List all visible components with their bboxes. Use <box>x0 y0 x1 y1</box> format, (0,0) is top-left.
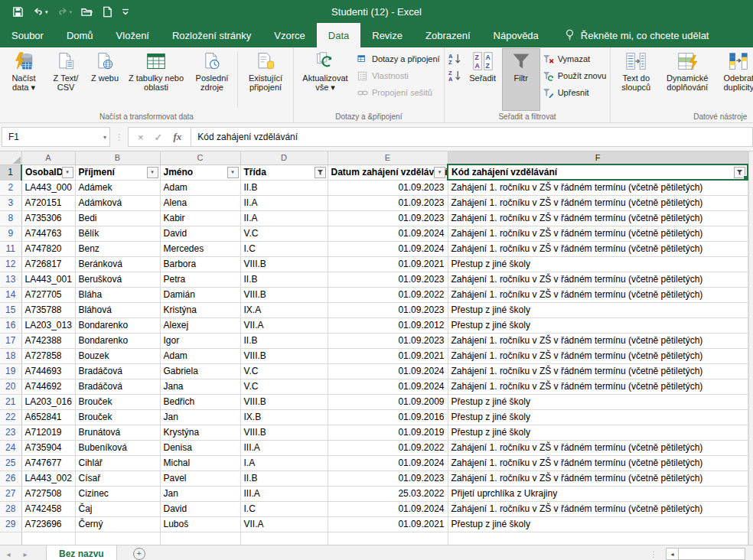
cell[interactable]: VIII.B <box>240 394 328 409</box>
cell[interactable]: Přestup z jiné školy <box>448 256 748 272</box>
redo-icon[interactable]: ▾ <box>57 6 73 18</box>
scrollbar-resize-handle[interactable]: ⋮ <box>650 545 666 560</box>
cell[interactable]: LA203_013 <box>21 317 75 333</box>
cell[interactable]: Beránková <box>75 256 160 272</box>
row-header[interactable]: 14 <box>0 287 21 302</box>
tab-domu[interactable]: Domů <box>55 23 105 47</box>
cell[interactable]: Bedřich <box>160 394 240 409</box>
filter-applied-icon[interactable] <box>315 167 326 178</box>
cell[interactable] <box>448 532 748 545</box>
recent-sources-button[interactable]: Poslední zdroje <box>188 48 236 111</box>
flash-fill-button[interactable]: Dynamické doplňování <box>660 48 715 111</box>
cell[interactable]: A712019 <box>21 425 75 440</box>
cell[interactable]: Přestup z jiné školy <box>448 409 748 425</box>
cell[interactable]: Zahájení 1. ročníku v ZŠ v řádném termín… <box>448 210 748 226</box>
cell[interactable]: A727705 <box>21 287 75 302</box>
cell[interactable]: 01.09.2023 <box>328 180 448 195</box>
cell[interactable]: Brouček <box>75 409 160 425</box>
sheet-tab[interactable]: Bez nazvu <box>46 545 117 560</box>
cell[interactable]: 01.09.2009 <box>328 394 448 409</box>
cell[interactable]: Jan <box>160 409 240 425</box>
cell[interactable]: A744692 <box>21 379 75 394</box>
cell[interactable]: Bradáčová <box>75 379 160 394</box>
cell[interactable]: Alena <box>160 195 240 210</box>
cell[interactable]: Bláhová <box>75 302 160 317</box>
row-header[interactable]: 13 <box>0 272 21 287</box>
cell[interactable]: II.B <box>240 180 328 195</box>
tell-me[interactable]: Řekněte mi, co chcete udělat <box>556 23 717 47</box>
cell[interactable]: Pavel <box>160 470 240 486</box>
cell[interactable]: Zahájení 1. ročníku v ZŠ v řádném termín… <box>448 226 748 241</box>
cell[interactable]: Černý <box>75 516 160 532</box>
cell[interactable]: A747820 <box>21 241 75 256</box>
cell[interactable]: Mercedes <box>160 241 240 256</box>
cell[interactable]: Zahájení 1. ročníku v ZŠ v řádném termín… <box>448 333 748 348</box>
cell[interactable]: Císař <box>75 470 160 486</box>
cell[interactable]: Berušková <box>75 272 160 287</box>
cell[interactable]: 01.09.2023 <box>328 195 448 210</box>
cell[interactable]: Přestup z jiné školy <box>448 516 748 532</box>
clear-filter-button[interactable]: Vymazat <box>540 52 609 66</box>
cell[interactable]: A735904 <box>21 440 75 455</box>
cell[interactable]: V.C <box>240 379 328 394</box>
header-cell-kod-selected[interactable]: Kód zahájení vzdělávání <box>448 164 748 180</box>
cell[interactable]: Zahájení 1. ročníku v ZŠ v řádném termín… <box>448 272 748 287</box>
header-cell-datum[interactable]: Datum zahájení vzdělávání▾ <box>328 164 448 180</box>
cell[interactable]: Krystýna <box>160 425 240 440</box>
existing-connections-button[interactable]: Existující připojení <box>240 48 292 111</box>
formula-input[interactable]: Kód zahájení vzdělávání <box>191 127 753 147</box>
cell[interactable]: A735788 <box>21 302 75 317</box>
cell[interactable]: Zahájení 1. ročníku v ZŠ v řádném termín… <box>448 455 748 470</box>
column-header-d[interactable]: D <box>240 151 328 164</box>
cell[interactable]: 25.03.2022 <box>328 486 448 501</box>
tab-data[interactable]: Data <box>317 23 360 47</box>
cell[interactable]: Kristýna <box>160 302 240 317</box>
cell[interactable]: Zahájení 1. ročníku v ZŠ v řádném termín… <box>448 501 748 516</box>
row-header[interactable]: 16 <box>0 317 21 333</box>
undo-icon[interactable]: ▾ <box>32 6 48 18</box>
cell[interactable]: Denisa <box>160 440 240 455</box>
cell[interactable]: LA443_000 <box>21 180 75 195</box>
column-header-b[interactable]: B <box>75 151 160 164</box>
from-text-csv-button[interactable]: Z Text/ CSV <box>46 48 86 111</box>
name-box-dropdown-icon[interactable]: ▾ <box>103 134 106 141</box>
cell[interactable]: V.C <box>240 226 328 241</box>
cell[interactable]: IX.A <box>240 302 328 317</box>
open-folder-icon[interactable] <box>80 6 93 18</box>
cell[interactable]: 01.09.2022 <box>328 440 448 455</box>
cell[interactable]: 01.09.2021 <box>328 516 448 532</box>
cell[interactable]: 01.09.2023 <box>328 302 448 317</box>
select-all-corner[interactable] <box>0 151 21 164</box>
filter-button[interactable]: Filtr <box>502 48 540 111</box>
tab-revize[interactable]: Revize <box>360 23 414 47</box>
cell[interactable]: VIII.B <box>240 425 328 440</box>
cell[interactable]: Bělík <box>75 226 160 241</box>
cell[interactable]: A723696 <box>21 516 75 532</box>
cell[interactable]: Cizinec <box>75 486 160 501</box>
cell[interactable]: A726817 <box>21 256 75 272</box>
cell[interactable]: Adam <box>160 180 240 195</box>
cell[interactable]: 01.09.2023 <box>328 333 448 348</box>
tab-rozlozeni-stranky[interactable]: Rozložení stránky <box>161 23 262 47</box>
row-header[interactable]: 21 <box>0 394 21 409</box>
row-header[interactable]: 19 <box>0 363 21 379</box>
properties-button[interactable]: Vlastnosti <box>355 69 442 83</box>
cell[interactable]: A744693 <box>21 363 75 379</box>
cell[interactable]: A727858 <box>21 348 75 363</box>
cell[interactable]: 01.09.2012 <box>328 317 448 333</box>
cell[interactable]: 01.09.2019 <box>328 425 448 440</box>
cell[interactable]: Brunátová <box>75 425 160 440</box>
enter-icon[interactable]: ✓ <box>155 132 163 143</box>
cell[interactable]: Damián <box>160 287 240 302</box>
cell[interactable]: David <box>160 226 240 241</box>
cell[interactable]: I.A <box>240 455 328 470</box>
advanced-filter-button[interactable]: Upřesnit <box>540 86 609 99</box>
queries-connections-button[interactable]: Dotazy a připojení <box>355 52 442 66</box>
cell[interactable]: V.C <box>240 363 328 379</box>
cell[interactable]: VIII.B <box>240 287 328 302</box>
cell[interactable]: Gabriela <box>160 363 240 379</box>
header-cell-prijmeni[interactable]: Příjmení▾ <box>75 164 160 180</box>
text-to-columns-button[interactable]: Text do sloupců <box>612 48 660 111</box>
row-header[interactable]: 25 <box>0 455 21 470</box>
cell[interactable]: 01.09.2021 <box>328 348 448 363</box>
